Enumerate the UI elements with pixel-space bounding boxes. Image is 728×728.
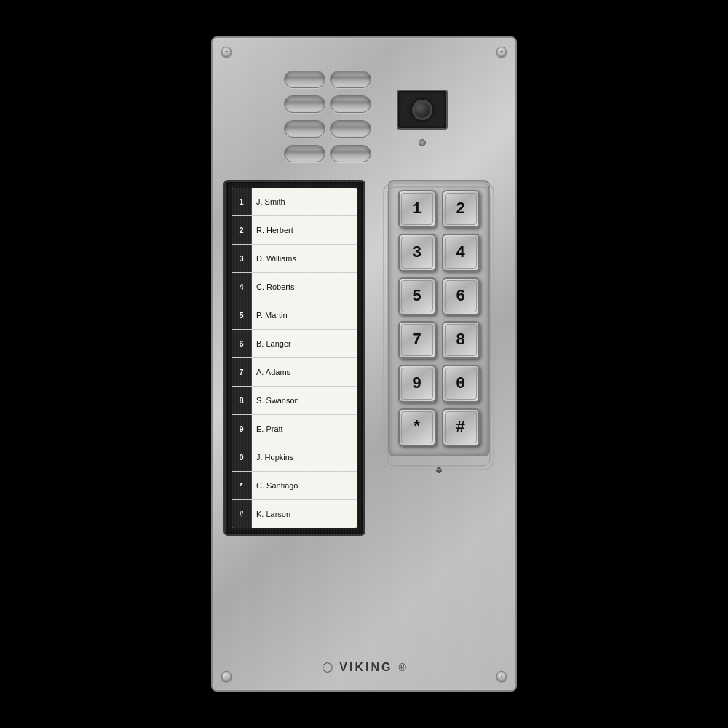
screw-bottom-right <box>496 671 507 681</box>
directory-row[interactable]: 9E. Pratt <box>232 415 357 443</box>
directory-key: 1 <box>232 188 252 215</box>
keypad-grid: 1234567890*# <box>398 190 480 446</box>
directory-key: # <box>232 500 252 528</box>
screw-top-left <box>221 47 232 57</box>
brand-name: VIKING <box>339 661 392 674</box>
top-section <box>223 67 505 169</box>
led-indicator <box>419 139 426 146</box>
keypad-button-hash[interactable]: # <box>442 408 480 446</box>
directory-list: 1J. Smith2R. Herbert3D. Williams4C. Robe… <box>232 188 357 528</box>
directory-name: A. Adams <box>252 365 295 379</box>
keypad-button-6[interactable]: 6 <box>442 277 480 315</box>
directory-name: C. Santiago <box>252 478 302 493</box>
screw-bottom-left <box>221 671 232 681</box>
keypad-button-0[interactable]: 0 <box>442 365 480 403</box>
intercom-panel: 1J. Smith2R. Herbert3D. Williams4C. Robe… <box>211 36 517 692</box>
directory-key: 6 <box>232 330 252 357</box>
keypad-button-9[interactable]: 9 <box>398 365 436 403</box>
keypad-button-1[interactable]: 1 <box>398 190 436 228</box>
speaker-slot <box>330 120 371 138</box>
bottom-section: 1J. Smith2R. Herbert3D. Williams4C. Robe… <box>223 180 505 645</box>
directory-row[interactable]: 2R. Herbert <box>232 216 357 245</box>
directory-key: 2 <box>232 216 252 244</box>
directory-row[interactable]: 1J. Smith <box>232 188 357 216</box>
keypad-frame: 1234567890*# <box>388 180 490 456</box>
directory-name: P. Martin <box>252 308 292 323</box>
directory-key: 9 <box>232 415 252 443</box>
directory-name: R. Herbert <box>252 223 298 237</box>
keypad-button-5[interactable]: 5 <box>398 277 436 315</box>
speaker-slot <box>284 120 325 138</box>
speaker-slot <box>330 71 371 88</box>
directory-row[interactable]: 8S. Swanson <box>232 387 357 415</box>
speaker-slot <box>330 145 371 162</box>
directory-name: E. Pratt <box>252 422 288 436</box>
speaker-grille <box>280 67 375 169</box>
keypad-button-3[interactable]: 3 <box>398 234 436 272</box>
directory-row[interactable]: #K. Larson <box>232 500 357 528</box>
directory-key: 4 <box>232 273 252 301</box>
keypad-button-2[interactable]: 2 <box>442 190 480 228</box>
directory-row[interactable]: 4C. Roberts <box>232 273 357 301</box>
directory-key: 5 <box>232 301 252 329</box>
directory-panel: 1J. Smith2R. Herbert3D. Williams4C. Robe… <box>223 180 365 536</box>
screw-top-right <box>496 47 507 57</box>
camera-unit <box>397 90 448 130</box>
directory-row[interactable]: 6B. Langer <box>232 330 357 358</box>
directory-name: B. Langer <box>252 336 296 351</box>
speaker-slot <box>330 95 371 113</box>
speaker-slot <box>284 145 325 162</box>
keypad-led <box>436 467 442 473</box>
camera-lens <box>412 100 432 120</box>
directory-row[interactable]: 7A. Adams <box>232 358 357 387</box>
speaker-slot <box>284 95 325 113</box>
keypad-section: 1234567890*# <box>373 180 505 473</box>
keypad-button-8[interactable]: 8 <box>442 321 480 359</box>
directory-row[interactable]: 3D. Williams <box>232 245 357 273</box>
directory-row[interactable]: *C. Santiago <box>232 472 357 500</box>
brand-area: ⬡ VIKING ® <box>223 660 505 676</box>
speaker-slot <box>284 71 325 88</box>
keypad-button-7[interactable]: 7 <box>398 321 436 359</box>
directory-key: * <box>232 472 252 499</box>
directory-key: 0 <box>232 443 252 471</box>
directory-name: J. Smith <box>252 194 290 209</box>
directory-name: C. Roberts <box>252 280 299 294</box>
viking-icon: ⬡ <box>322 660 333 676</box>
directory-key: 3 <box>232 245 252 272</box>
directory-name: J. Hopkins <box>252 450 298 464</box>
directory-name: S. Swanson <box>252 393 304 408</box>
directory-name: D. Williams <box>252 251 301 266</box>
keypad-button-4[interactable]: 4 <box>442 234 480 272</box>
brand-registered: ® <box>398 662 405 673</box>
directory-key: 7 <box>232 358 252 386</box>
directory-key: 8 <box>232 387 252 414</box>
directory-row[interactable]: 0J. Hopkins <box>232 443 357 472</box>
directory-name: K. Larson <box>252 507 295 521</box>
keypad-button-star[interactable]: * <box>398 408 436 446</box>
directory-row[interactable]: 5P. Martin <box>232 301 357 330</box>
